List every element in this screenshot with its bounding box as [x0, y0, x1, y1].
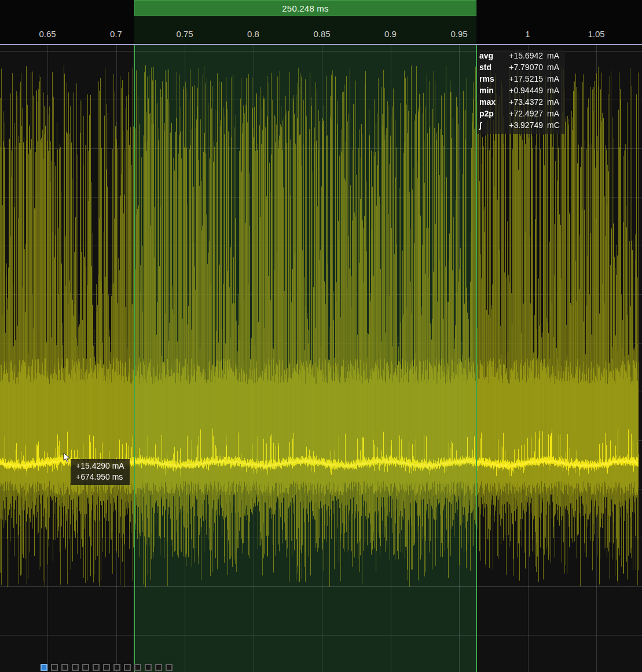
bottom-toggle[interactable]	[134, 664, 141, 671]
stat-label: min	[479, 86, 498, 95]
stat-label: ∫	[479, 120, 498, 130]
bottom-toggle[interactable]	[51, 664, 58, 671]
stat-row: min+0.94449mA	[479, 86, 562, 97]
stat-unit: mA	[547, 109, 562, 118]
bottom-toggle[interactable]	[82, 664, 89, 671]
tooltip-time-value: +674.950 ms	[76, 472, 124, 483]
selection-duration-bar[interactable]: 250.248 ms	[134, 0, 476, 16]
time-tick-label: 0.8	[247, 29, 259, 39]
stat-value: +72.4927	[498, 109, 543, 118]
stat-value: +0.94449	[498, 86, 543, 95]
bottom-toggle[interactable]	[61, 664, 68, 671]
stat-label: std	[479, 63, 498, 72]
stat-row: max+73.4372mA	[479, 97, 562, 109]
selection-duration-label: 250.248 ms	[282, 3, 328, 13]
bottom-toggle[interactable]	[93, 664, 100, 671]
stat-label: p2p	[479, 109, 498, 118]
time-tick-label: 1.05	[588, 29, 604, 39]
stat-unit: mC	[547, 120, 562, 130]
bottom-toggle[interactable]	[166, 664, 173, 671]
bottom-toggle[interactable]	[103, 664, 110, 671]
time-tick-label: 0.85	[313, 29, 330, 39]
time-tick-label: 0.65	[39, 29, 56, 39]
time-tick-label: 0.7	[110, 29, 122, 39]
bottom-toggle[interactable]	[145, 664, 152, 671]
time-tick-label: 1	[525, 29, 530, 39]
stat-unit: mA	[547, 51, 562, 60]
bottom-toggle[interactable]	[113, 664, 120, 671]
stat-unit: mA	[547, 74, 562, 83]
stat-row: p2p+72.4927mA	[479, 109, 562, 120]
stat-unit: mA	[547, 63, 562, 72]
time-tick-label: 0.95	[450, 29, 467, 39]
stat-value: +17.5215	[498, 74, 543, 83]
hover-tooltip: +15.4290 mA +674.950 ms	[71, 459, 130, 485]
tooltip-current-value: +15.4290 mA	[76, 461, 124, 472]
time-tick-label: 0.75	[176, 29, 193, 39]
stat-label: max	[479, 97, 498, 107]
stat-row: ∫+3.92749mC	[479, 120, 562, 132]
selection-stats-panel: avg+15.6942mAstd+7.79070mArms+17.5215mAm…	[477, 50, 565, 134]
axis-line	[0, 44, 642, 45]
stat-value: +7.79070	[498, 63, 543, 72]
stat-label: avg	[479, 51, 498, 60]
bottom-toggle[interactable]	[155, 664, 162, 671]
stat-unit: mA	[547, 97, 562, 107]
time-axis: 0.650.70.750.80.850.90.9511.05	[0, 16, 642, 44]
stat-row: rms+17.5215mA	[479, 74, 562, 86]
stat-value: +73.4372	[498, 97, 543, 107]
bottom-toggle[interactable]	[124, 664, 131, 671]
bottom-toggle[interactable]	[72, 664, 79, 671]
stat-row: avg+15.6942mA	[479, 51, 562, 63]
stat-value: +3.92749	[498, 120, 543, 130]
power-profiler-screen: 250.248 ms 0.650.70.750.80.850.90.9511.0…	[0, 0, 642, 672]
stat-label: rms	[479, 74, 498, 83]
stat-unit: mA	[547, 86, 562, 95]
stat-value: +15.6942	[498, 51, 543, 60]
current-waveform-chart[interactable]	[0, 45, 642, 672]
bottom-toggle-row	[41, 664, 173, 671]
time-tick-label: 0.9	[384, 29, 397, 39]
stat-row: std+7.79070mA	[479, 63, 562, 74]
bottom-toggle[interactable]	[41, 664, 47, 671]
